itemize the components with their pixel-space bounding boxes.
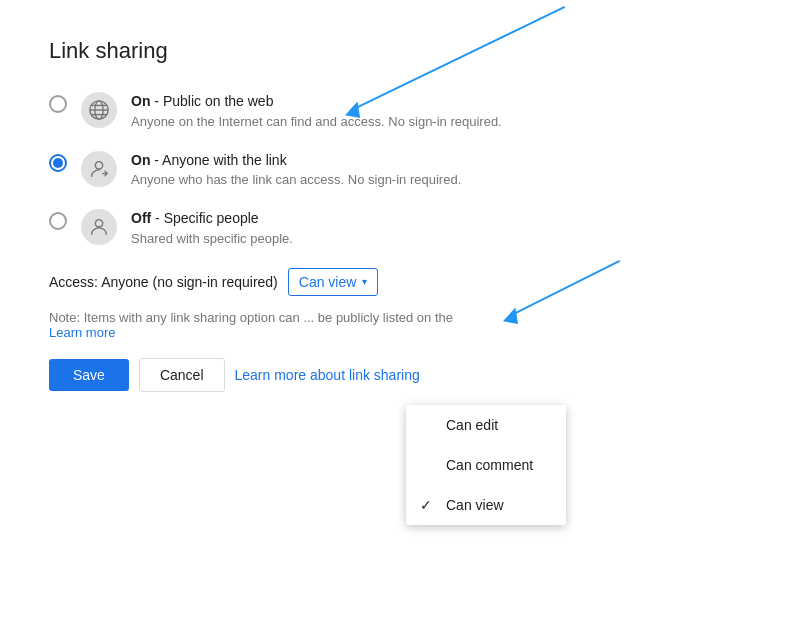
access-label: Access: Anyone (no sign-in required) <box>49 274 278 290</box>
dropdown-label: Can view <box>299 274 357 290</box>
cancel-button[interactable]: Cancel <box>139 358 225 392</box>
option-public-title: On - Public on the web <box>131 92 751 112</box>
svg-point-5 <box>95 161 102 168</box>
option-anyone-link-bold: On <box>131 152 150 168</box>
option-specific-desc: Shared with specific people. <box>131 231 751 246</box>
radio-public[interactable] <box>49 95 67 113</box>
option-public-text: On - Public on the web Anyone on the Int… <box>131 92 751 129</box>
option-public-bold: On <box>131 93 150 109</box>
option-specific: Off - Specific people Shared with specif… <box>49 209 751 246</box>
dropdown-item-edit[interactable]: Can edit <box>406 405 566 445</box>
person-icon-circle <box>81 209 117 245</box>
learn-more-link[interactable]: Learn more <box>49 325 115 340</box>
option-anyone-link-title: On - Anyone with the link <box>131 151 751 171</box>
main-container: Link sharing On - Public on the web Anyo… <box>0 0 800 430</box>
note-content: Note: Items with any link sharing option… <box>49 310 300 325</box>
globe-icon-circle <box>81 92 117 128</box>
link-sharing-link[interactable]: Learn more about link sharing <box>235 367 420 383</box>
globe-icon <box>88 99 110 121</box>
option-specific-title: Off - Specific people <box>131 209 751 229</box>
option-anyone-link-rest: - Anyone with the link <box>150 152 286 168</box>
person-icon <box>88 216 110 238</box>
page-title: Link sharing <box>49 38 751 64</box>
dropdown-item-edit-label: Can edit <box>446 417 498 433</box>
checkmark-icon: ✓ <box>420 497 432 513</box>
note-ellipsis: ... be publicly listed on the <box>303 310 453 325</box>
dropdown-item-comment-label: Can comment <box>446 457 533 473</box>
option-public-desc: Anyone on the Internet can find and acce… <box>131 114 751 129</box>
option-specific-bold: Off <box>131 210 151 226</box>
option-anyone-link-desc: Anyone who has the link can access. No s… <box>131 172 751 187</box>
svg-marker-10 <box>503 308 518 324</box>
note-text: Note: Items with any link sharing option… <box>49 310 469 340</box>
dropdown-item-view-label: Can view <box>446 497 504 513</box>
chevron-down-icon: ▾ <box>362 276 367 287</box>
option-public-rest: - Public on the web <box>150 93 273 109</box>
dropdown-menu: Can edit Can comment ✓ Can view <box>406 405 566 525</box>
radio-anyone-link[interactable] <box>49 154 67 172</box>
dropdown-item-comment[interactable]: Can comment <box>406 445 566 485</box>
access-dropdown[interactable]: Can view ▾ <box>288 268 379 296</box>
link-sharing-text: Learn mor <box>235 367 299 383</box>
option-anyone-link-text: On - Anyone with the link Anyone who has… <box>131 151 751 188</box>
dropdown-item-view[interactable]: ✓ Can view <box>406 485 566 525</box>
option-public: On - Public on the web Anyone on the Int… <box>49 92 751 129</box>
person-link-icon-circle <box>81 151 117 187</box>
person-link-icon <box>88 158 110 180</box>
buttons-row: Save Cancel Learn more about link sharin… <box>49 358 751 392</box>
radio-specific[interactable] <box>49 212 67 230</box>
svg-point-6 <box>95 220 102 227</box>
option-specific-text: Off - Specific people Shared with specif… <box>131 209 751 246</box>
option-anyone-link: On - Anyone with the link Anyone who has… <box>49 151 751 188</box>
option-specific-rest: - Specific people <box>151 210 258 226</box>
save-button[interactable]: Save <box>49 359 129 391</box>
access-row: Access: Anyone (no sign-in required) Can… <box>49 268 751 296</box>
